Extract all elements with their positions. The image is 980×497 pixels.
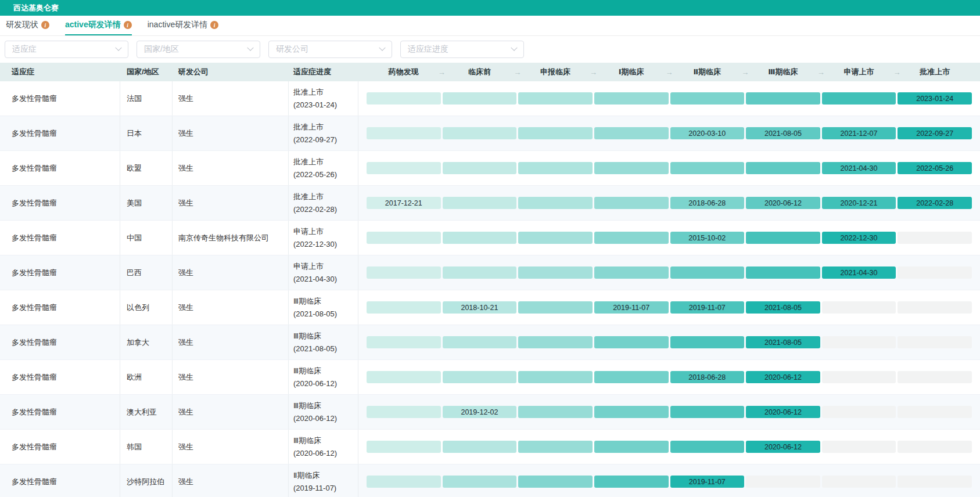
stage-bar-segment	[518, 371, 593, 383]
stage-bar-strip: 2021-04-30	[358, 255, 980, 290]
table-row: 多发性骨髓瘤法国强生批准上市(2023-01-24)2023-01-24	[0, 81, 980, 116]
region-cell: 日本	[120, 116, 173, 150]
info-icon[interactable]: i	[210, 21, 218, 29]
indication-cell: 多发性骨髓瘤	[0, 430, 120, 464]
stage-bar-segment-empty	[822, 406, 896, 418]
filter-select-3[interactable]: 研发公司	[268, 41, 392, 58]
progress-date-label: (2019-11-07)	[293, 482, 336, 495]
stage-bar-segment	[367, 371, 441, 383]
stage-bar-segment	[367, 266, 441, 279]
stage-bar-segment	[443, 232, 517, 244]
region-cell: 巴西	[120, 255, 173, 290]
indication-cell: 多发性骨髓瘤	[0, 116, 120, 150]
region-cell: 欧洲	[120, 360, 173, 394]
filter-select-1[interactable]: 适应症	[5, 41, 128, 58]
stage-bar-segment	[367, 476, 441, 488]
indication-cell: 多发性骨髓瘤	[0, 325, 120, 359]
stage-bar-segment	[670, 406, 745, 418]
stage-bar-segment	[594, 232, 669, 244]
stage-bar-strip: 2021-08-05	[358, 325, 980, 359]
stage-bar-segment	[670, 441, 745, 453]
stage-bar-segment	[594, 127, 669, 139]
progress-date-label: (2022-02-28)	[293, 203, 337, 216]
stage-bar-segment: 2021-12-07	[822, 127, 896, 139]
region-cell: 澳大利亚	[120, 395, 173, 429]
stage-bar-segment	[367, 336, 441, 348]
stage-bar-segment: 2022-02-28	[898, 197, 972, 209]
company-cell: 强生	[173, 464, 289, 497]
indication-cell: 多发性骨髓瘤	[0, 360, 120, 394]
stage-bar-segment: 2018-06-28	[670, 371, 745, 383]
stage-bar-segment: 2020-03-10	[670, 127, 745, 139]
tab-bar: 研发现状iactive研发详情iinactive研发详情i	[0, 16, 980, 36]
stage-bar-segment	[367, 406, 441, 418]
stage-bar-segment-empty	[822, 301, 896, 314]
chevron-down-icon	[247, 45, 253, 51]
table-row: 多发性骨髓瘤欧洲强生Ⅲ期临床(2020-06-12)2018-06-282020…	[0, 360, 980, 395]
stage-bar-segment	[518, 232, 593, 244]
region-cell: 欧盟	[120, 151, 173, 185]
table-body: 多发性骨髓瘤法国强生批准上市(2023-01-24)2023-01-24多发性骨…	[0, 81, 980, 497]
progress-cell: 批准上市(2022-05-26)	[289, 151, 358, 185]
stage-bar-segment	[594, 92, 669, 105]
chevron-down-icon	[511, 45, 517, 51]
stage-bar-segment	[594, 162, 669, 174]
stage-bar-segment	[443, 127, 517, 139]
stage-bar-segment	[443, 371, 517, 383]
info-icon[interactable]: i	[41, 21, 49, 29]
stage-bar-segment	[746, 266, 820, 279]
progress-stage-label: 批准上市	[293, 121, 324, 134]
stage-bar-segment-empty	[822, 336, 896, 348]
indication-cell: 多发性骨髓瘤	[0, 186, 120, 220]
tab-rd-status[interactable]: 研发现状i	[6, 16, 49, 35]
stage-bar-segment-empty	[898, 406, 972, 418]
indication-cell: 多发性骨髓瘤	[0, 395, 120, 429]
tab-inactive-rd-detail[interactable]: inactive研发详情i	[148, 16, 218, 35]
progress-cell: Ⅲ期临床(2021-08-05)	[289, 290, 358, 325]
stage-bar-strip: 2018-06-282020-06-12	[358, 360, 980, 394]
company-cell: 强生	[173, 151, 289, 185]
tab-active-rd-detail[interactable]: active研发详情i	[65, 16, 132, 35]
progress-stage-label: 批准上市	[293, 86, 324, 99]
stage-header-1: 药物发现→	[367, 63, 441, 81]
progress-date-label: (2022-12-30)	[293, 238, 337, 251]
stage-header-5: Ⅱ期临床→	[670, 63, 745, 81]
stage-bar-segment: 2018-06-28	[670, 197, 745, 209]
stage-bar-segment	[746, 92, 820, 105]
filter-select-2[interactable]: 国家/地区	[137, 41, 260, 58]
progress-date-label: (2020-06-12)	[293, 447, 337, 460]
region-cell: 以色列	[120, 290, 173, 325]
stage-bar-segment: 2020-06-12	[746, 371, 820, 383]
stage-bar-segment: 2017-12-21	[367, 197, 441, 209]
info-icon[interactable]: i	[124, 21, 132, 29]
stage-bar-segment	[594, 266, 669, 279]
region-cell: 韩国	[120, 430, 173, 464]
stage-bar-strip: 2023-01-24	[358, 81, 980, 116]
tab-label: inactive研发详情	[148, 20, 207, 30]
stage-bar-segment: 2019-11-07	[670, 476, 745, 488]
stage-bar-segment	[518, 336, 593, 348]
stage-bar-segment	[518, 92, 593, 105]
region-cell: 沙特阿拉伯	[120, 464, 173, 497]
stage-bar-segment	[670, 266, 745, 279]
stage-bar-segment	[594, 441, 669, 453]
stage-bar-segment	[746, 162, 820, 174]
indication-cell: 多发性骨髓瘤	[0, 464, 120, 497]
col-header-indication: 适应症	[0, 63, 120, 81]
progress-cell: Ⅲ期临床(2021-08-05)	[289, 325, 358, 359]
table-row: 多发性骨髓瘤以色列强生Ⅲ期临床(2021-08-05)2018-10-21201…	[0, 290, 980, 325]
stage-bar-segment-empty	[822, 441, 896, 453]
stage-bar-segment	[518, 266, 593, 279]
stage-bar-segment-empty	[746, 476, 820, 488]
filter-select-4[interactable]: 适应症进度	[400, 41, 524, 58]
col-header-company: 研发公司	[173, 63, 289, 81]
progress-cell: Ⅲ期临床(2020-06-12)	[289, 395, 358, 429]
company-cell: 强生	[173, 360, 289, 394]
filter-placeholder: 适应症进度	[408, 44, 448, 55]
table-row: 多发性骨髓瘤沙特阿拉伯强生Ⅱ期临床(2019-11-07)2019-11-07	[0, 464, 980, 497]
stage-bar-segment-empty	[822, 476, 896, 488]
stage-bar-segment: 2015-10-02	[670, 232, 745, 244]
stage-bar-segment	[518, 441, 593, 453]
filter-placeholder: 国家/地区	[144, 44, 179, 55]
progress-cell: Ⅲ期临床(2020-06-12)	[289, 360, 358, 394]
